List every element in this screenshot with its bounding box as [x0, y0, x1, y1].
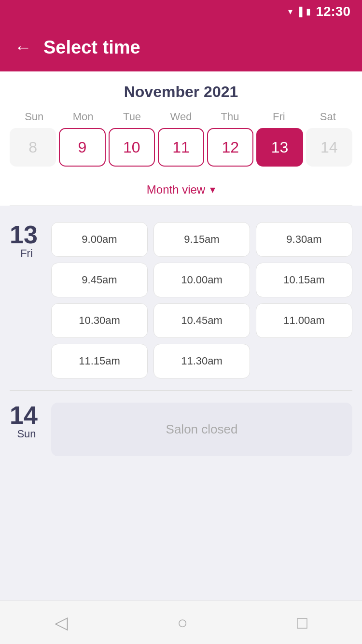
nav-recent-button[interactable]: □ [297, 613, 307, 633]
weekday-label-mon: Mon [58, 111, 107, 123]
day-name-14: Sun [10, 428, 43, 440]
wifi-icon: ▾ [288, 6, 292, 17]
day-number-13: 13 [10, 222, 43, 247]
month-title: November 2021 [10, 83, 352, 101]
status-time: 12:30 [316, 4, 350, 19]
date-cell-13[interactable]: 13 [256, 128, 303, 167]
slot-btn-945am[interactable]: 9.45am [51, 263, 148, 297]
date-cell-11[interactable]: 11 [158, 128, 204, 167]
slot-btn-1100am[interactable]: 11.00am [256, 303, 352, 338]
battery-icon: ▮ [306, 6, 311, 17]
slot-btn-930am[interactable]: 9.30am [256, 222, 352, 257]
page-title: Select time [43, 37, 140, 58]
slot-btn-915am[interactable]: 9.15am [153, 222, 250, 257]
slot-btn-1015am[interactable]: 10.15am [256, 263, 352, 297]
weekday-label-sat: Sat [304, 111, 352, 123]
weekday-label-thu: Thu [206, 111, 254, 123]
weekday-label-fri: Fri [254, 111, 303, 123]
date-cell-14: 14 [306, 128, 352, 167]
status-bar: ▾ ▐ ▮ 12:30 [0, 0, 362, 23]
day-block-14: 14 Sun Salon closed [0, 391, 362, 468]
dates-row: 891011121314 [10, 128, 352, 176]
slot-btn-1045am[interactable]: 10.45am [153, 303, 250, 338]
date-cell-9[interactable]: 9 [59, 128, 105, 167]
day-block-13: 13 Fri 9.00am9.15am9.30am9.45am10.00am10… [0, 210, 362, 390]
slot-btn-900am[interactable]: 9.00am [51, 222, 148, 257]
nav-back-button[interactable]: ◁ [55, 613, 68, 633]
day-number-14: 14 [10, 403, 43, 428]
status-icons: ▾ ▐ ▮ [288, 6, 311, 17]
day-name-13: Fri [10, 247, 43, 260]
calendar-section: November 2021 SunMonTueWedThuFriSat 8910… [0, 71, 362, 206]
weekday-label-wed: Wed [156, 111, 205, 123]
nav-home-button[interactable]: ○ [177, 613, 188, 633]
bottom-nav: ◁ ○ □ [0, 601, 362, 644]
date-cell-10[interactable]: 10 [109, 128, 155, 167]
back-button[interactable]: ← [14, 39, 32, 56]
app-header: ← Select time [0, 23, 362, 71]
day-label-14: 14 Sun [10, 403, 43, 440]
weekday-label-tue: Tue [108, 111, 156, 123]
slots-grid-13: 9.00am9.15am9.30am9.45am10.00am10.15am10… [51, 222, 352, 378]
slot-btn-1000am[interactable]: 10.00am [153, 263, 250, 297]
signal-icon: ▐ [296, 7, 303, 17]
timeslots-section: 13 Fri 9.00am9.15am9.30am9.45am10.00am10… [0, 206, 362, 601]
date-cell-8: 8 [10, 128, 56, 167]
day-label-13: 13 Fri [10, 222, 43, 260]
month-view-toggle[interactable]: Month view ▾ [10, 176, 352, 206]
date-cell-12[interactable]: 12 [207, 128, 253, 167]
chevron-down-icon: ▾ [210, 183, 215, 196]
slot-btn-1115am[interactable]: 11.15am [51, 344, 148, 378]
slot-btn-1030am[interactable]: 10.30am [51, 303, 148, 338]
salon-closed-card: Salon closed [51, 403, 352, 456]
slot-btn-1130am[interactable]: 11.30am [153, 344, 250, 378]
month-view-label: Month view [147, 183, 205, 196]
weekday-row: SunMonTueWedThuFriSat [10, 111, 352, 123]
weekday-label-sun: Sun [10, 111, 58, 123]
